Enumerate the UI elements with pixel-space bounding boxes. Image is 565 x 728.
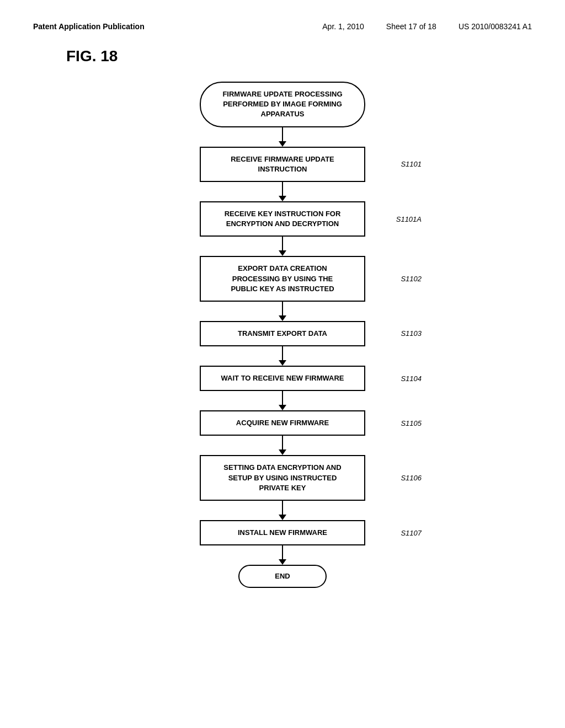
s1105-row: ACQUIRE NEW FIRMWARE S1105 — [33, 410, 532, 436]
label-s1101: S1101 — [401, 160, 422, 168]
s1103-row: TRANSMIT EXPORT DATA S1103 — [33, 321, 532, 346]
publication-label: Patent Application Publication — [33, 22, 145, 31]
step-s1106: SETTING DATA ENCRYPTION ANDSETUP BY USIN… — [200, 455, 365, 501]
label-s1104: S1104 — [401, 374, 422, 383]
arrow-7 — [279, 436, 286, 455]
step-s1105: ACQUIRE NEW FIRMWARE — [200, 410, 365, 436]
step-s1104: WAIT TO RECEIVE NEW FIRMWARE — [200, 366, 365, 391]
header: Patent Application Publication Apr. 1, 2… — [33, 22, 532, 31]
label-s1101a: S1101A — [396, 215, 422, 223]
s1107-row: INSTALL NEW FIRMWARE S1107 — [33, 520, 532, 545]
s1102-row: EXPORT DATA CREATIONPROCESSING BY USING … — [33, 256, 532, 302]
sheet-info: Sheet 17 of 18 — [386, 22, 436, 31]
flowchart: FIRMWARE UPDATE PROCESSINGPERFORMED BY I… — [33, 82, 532, 588]
start-node: FIRMWARE UPDATE PROCESSINGPERFORMED BY I… — [200, 82, 365, 127]
label-s1103: S1103 — [401, 329, 422, 338]
arrow-2 — [279, 182, 286, 201]
step-s1101: RECEIVE FIRMWARE UPDATEINSTRUCTION — [200, 147, 365, 182]
arrow-4 — [279, 302, 286, 321]
arrow-8 — [279, 501, 286, 520]
header-right: Apr. 1, 2010 Sheet 17 of 18 US 2010/0083… — [322, 22, 532, 31]
arrow-5 — [279, 346, 286, 366]
arrow-3 — [279, 237, 286, 256]
s1106-row: SETTING DATA ENCRYPTION ANDSETUP BY USIN… — [33, 455, 532, 501]
arrow-9 — [279, 545, 286, 565]
step-s1107: INSTALL NEW FIRMWARE — [200, 520, 365, 545]
s1101-row: RECEIVE FIRMWARE UPDATEINSTRUCTION S1101 — [33, 147, 532, 182]
label-s1107: S1107 — [401, 529, 422, 537]
label-s1106: S1106 — [401, 474, 422, 482]
arrow-6 — [279, 391, 286, 410]
step-s1103: TRANSMIT EXPORT DATA — [200, 321, 365, 346]
label-s1105: S1105 — [401, 419, 422, 427]
s1104-row: WAIT TO RECEIVE NEW FIRMWARE S1104 — [33, 366, 532, 391]
figure-title: FIG. 18 — [66, 47, 532, 65]
step-s1102: EXPORT DATA CREATIONPROCESSING BY USING … — [200, 256, 365, 302]
s1101a-row: RECEIVE KEY INSTRUCTION FORENCRYPTION AN… — [33, 201, 532, 237]
start-node-row: FIRMWARE UPDATE PROCESSINGPERFORMED BY I… — [33, 82, 532, 127]
patent-number: US 2010/0083241 A1 — [459, 22, 532, 31]
label-s1102: S1102 — [401, 275, 422, 283]
publication-date: Apr. 1, 2010 — [322, 22, 364, 31]
page: Patent Application Publication Apr. 1, 2… — [0, 0, 565, 728]
end-node-row: END — [33, 565, 532, 588]
arrow-1 — [279, 127, 286, 147]
step-s1101a: RECEIVE KEY INSTRUCTION FORENCRYPTION AN… — [200, 201, 365, 237]
end-node: END — [238, 565, 327, 588]
